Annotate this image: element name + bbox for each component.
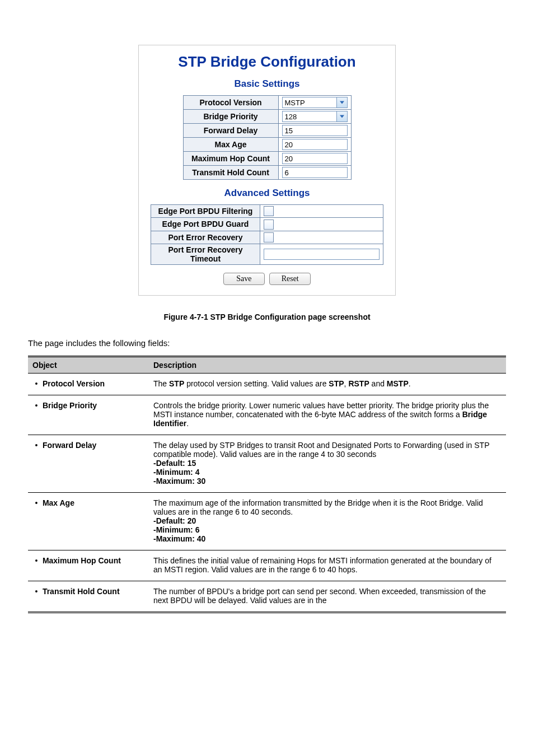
desc-bold: STP (169, 379, 184, 388)
text-input[interactable] (264, 249, 380, 260)
setting-value-cell: MSTP (278, 96, 351, 110)
checkbox-input[interactable] (264, 206, 274, 216)
bullet-icon: • (32, 587, 40, 596)
description-cell: Controls the bridge priority. Lower nume… (149, 395, 506, 435)
figure-caption: Figure 4-7-1 STP Bridge Configuration pa… (28, 312, 506, 321)
setting-value-cell (260, 205, 383, 218)
desc-bold: STP (329, 379, 344, 388)
button-row: Save Reset (149, 273, 385, 285)
object-cell: • Transmit Hold Count (28, 581, 149, 612)
bullet-icon: • (32, 441, 40, 450)
desc-text: The (153, 379, 169, 388)
advanced-row: Edge Port BPDU Filtering (151, 205, 383, 218)
object-name: Max Age (40, 498, 74, 507)
setting-label: Port Error Recovery Timeout (151, 244, 260, 264)
setting-value-cell: 128 (278, 110, 351, 124)
desc-text: The maximum age of the information trans… (153, 498, 483, 516)
basic-heading: Basic Settings (149, 78, 385, 90)
setting-label: Edge Port BPDU Filtering (151, 205, 260, 218)
description-cell: The STP protocol version setting. Valid … (149, 373, 506, 395)
description-row: • Transmit Hold CountThe number of BPDU'… (28, 581, 506, 612)
basic-row: Max Age20 (183, 138, 351, 152)
object-cell: • Bridge Priority (28, 395, 149, 435)
save-button[interactable]: Save (223, 273, 265, 285)
checkbox-input[interactable] (264, 232, 274, 242)
advanced-heading: Advanced Settings (149, 188, 385, 199)
chevron-down-icon (336, 111, 347, 122)
basic-settings-table: Protocol VersionMSTPBridge Priority128Fo… (183, 95, 352, 180)
text-input[interactable]: 15 (282, 125, 348, 136)
basic-row: Protocol VersionMSTP (183, 96, 351, 110)
select-input[interactable]: 128 (282, 111, 348, 122)
text-input[interactable]: 6 (282, 167, 348, 178)
setting-value-cell: 20 (278, 138, 351, 152)
bullet-icon: • (32, 556, 40, 565)
checkbox-input[interactable] (264, 220, 274, 230)
setting-label: Forward Delay (183, 124, 278, 138)
setting-label: Protocol Version (183, 96, 278, 110)
setting-label: Port Error Recovery (151, 231, 260, 244)
description-row: • Protocol VersionThe STP protocol versi… (28, 373, 506, 395)
basic-row: Forward Delay15 (183, 124, 351, 138)
desc-text: . (186, 419, 189, 428)
desc-bold: -Default: 20 -Minimum: 6 -Maximum: 40 (153, 516, 205, 543)
select-value: 128 (285, 113, 297, 121)
description-row: • Bridge PriorityControls the bridge pri… (28, 395, 506, 435)
object-name: Forward Delay (40, 441, 96, 450)
object-name: Maximum Hop Count (40, 556, 121, 565)
description-cell: The number of BPDU's a bridge port can s… (149, 581, 506, 612)
object-name: Protocol Version (40, 379, 105, 388)
select-value: MSTP (285, 99, 305, 107)
desc-text: The number of BPDU's a bridge port can s… (153, 587, 486, 605)
col-object: Object (28, 356, 149, 373)
setting-label: Bridge Priority (183, 110, 278, 124)
desc-bold: RSTP (348, 379, 369, 388)
desc-bold: -Default: 15 -Minimum: 4 -Maximum: 30 (153, 459, 205, 486)
setting-label: Maximum Hop Count (183, 152, 278, 166)
col-description: Description (149, 356, 506, 373)
chevron-down-icon (336, 97, 347, 108)
basic-row: Transmit Hold Count6 (183, 166, 351, 180)
desc-text: This defines the initial value of remain… (153, 556, 491, 574)
setting-label: Edge Port BPDU Guard (151, 218, 260, 231)
bullet-icon: • (32, 401, 40, 410)
setting-value-cell (260, 244, 383, 264)
basic-row: Bridge Priority128 (183, 110, 351, 124)
desc-bold: MSTP (387, 379, 409, 388)
desc-text: . (409, 379, 411, 388)
bullet-icon: • (32, 379, 40, 388)
basic-row: Maximum Hop Count20 (183, 152, 351, 166)
config-panel: STP Bridge Configuration Basic Settings … (138, 45, 396, 296)
description-table: Object Description • Protocol VersionThe… (28, 356, 506, 613)
page-root: STP Bridge Configuration Basic Settings … (0, 0, 534, 647)
object-cell: • Protocol Version (28, 373, 149, 395)
desc-text: protocol version setting. Valid values a… (184, 379, 329, 388)
desc-text: and (369, 379, 387, 388)
description-cell: The delay used by STP Bridges to transit… (149, 435, 506, 492)
description-cell: The maximum age of the information trans… (149, 492, 506, 550)
object-name: Transmit Hold Count (40, 587, 120, 596)
desc-text: The delay used by STP Bridges to transit… (153, 441, 489, 459)
bullet-icon: • (32, 498, 40, 507)
description-row: • Forward DelayThe delay used by STP Bri… (28, 435, 506, 492)
description-row: • Maximum Hop CountThis defines the init… (28, 550, 506, 581)
text-input[interactable]: 20 (282, 139, 348, 150)
setting-value-cell: 6 (278, 166, 351, 180)
object-cell: • Max Age (28, 492, 149, 550)
setting-value-cell: 20 (278, 152, 351, 166)
reset-button[interactable]: Reset (269, 273, 311, 285)
advanced-row: Port Error Recovery Timeout (151, 244, 383, 264)
config-title: STP Bridge Configuration (149, 53, 385, 71)
advanced-settings-table: Edge Port BPDU FilteringEdge Port BPDU G… (151, 204, 383, 265)
select-input[interactable]: MSTP (282, 97, 348, 108)
advanced-row: Edge Port BPDU Guard (151, 218, 383, 231)
setting-label: Transmit Hold Count (183, 166, 278, 180)
intro-line: The page includes the following fields: (28, 338, 506, 348)
setting-label: Max Age (183, 138, 278, 152)
setting-value-cell (260, 231, 383, 244)
description-cell: This defines the initial value of remain… (149, 550, 506, 581)
text-input[interactable]: 20 (282, 153, 348, 164)
desc-text: Controls the bridge priority. Lower nume… (153, 401, 489, 419)
object-cell: • Maximum Hop Count (28, 550, 149, 581)
description-row: • Max AgeThe maximum age of the informat… (28, 492, 506, 550)
